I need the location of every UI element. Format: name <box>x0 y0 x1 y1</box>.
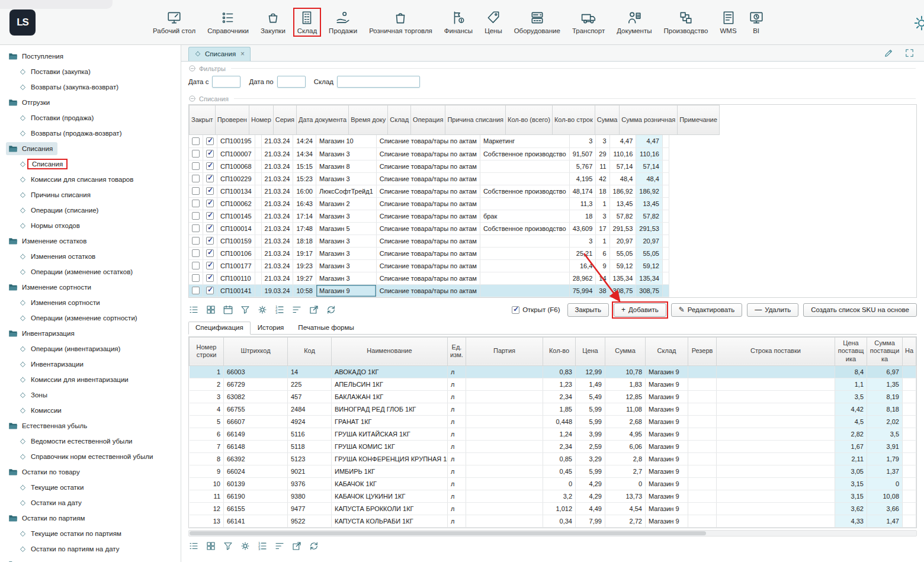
cell[interactable]: Магазин 3 <box>316 235 376 247</box>
sidebar-item-28[interactable]: Текущие остатки <box>0 480 181 495</box>
cell[interactable]: 18 <box>569 210 596 222</box>
sidebar-item-9[interactable]: Причины списания <box>0 187 181 203</box>
verified-checkbox[interactable] <box>206 287 214 294</box>
topbar-item-prices[interactable]: Цены <box>479 7 508 37</box>
cell[interactable]: 4,29 <box>576 477 605 490</box>
cell[interactable]: Магазин 2 <box>316 197 376 210</box>
cell[interactable]: 9376 <box>288 477 332 490</box>
cell[interactable]: 1,47 <box>867 515 903 527</box>
filter-input-0[interactable] <box>212 76 240 88</box>
cell[interactable] <box>466 365 543 378</box>
cell[interactable]: 1 <box>596 235 609 247</box>
cell[interactable]: СП100007 <box>217 147 255 160</box>
cell[interactable]: л <box>448 465 466 477</box>
cell[interactable]: СП100229 <box>217 172 255 185</box>
cell[interactable]: Списание товара/тары по актам <box>376 147 480 160</box>
cell[interactable]: 1,1 <box>835 378 867 390</box>
sidebar-item-33[interactable]: Партии <box>0 557 181 562</box>
cell[interactable]: л <box>448 477 466 490</box>
cell[interactable] <box>688 477 717 490</box>
cell[interactable]: 75,994 <box>569 284 596 297</box>
column-header[interactable]: Номер строки <box>190 337 224 365</box>
filter-input-2[interactable] <box>337 76 420 88</box>
cell[interactable]: л <box>448 365 466 378</box>
filter-icon[interactable] <box>240 304 251 315</box>
cell[interactable]: 18:18 <box>293 235 316 247</box>
cell[interactable] <box>662 135 669 147</box>
cell[interactable]: 5,99 <box>576 415 605 428</box>
cell[interactable]: 66607 <box>224 415 288 428</box>
sidebar-item-1[interactable]: Поставки (закупка) <box>0 64 181 79</box>
column-header[interactable]: Сумма <box>605 337 646 365</box>
cell[interactable]: 9380 <box>288 490 332 502</box>
cell[interactable]: Списание товара/тары по актам <box>376 259 480 272</box>
sidebar-item-6[interactable]: Списания <box>0 141 181 156</box>
cell[interactable]: 19:23 <box>293 259 316 272</box>
cell[interactable]: 5 <box>190 415 224 428</box>
cell[interactable]: 0 <box>543 477 576 490</box>
cell[interactable] <box>255 259 261 272</box>
cell[interactable]: 10:58 <box>293 284 316 297</box>
cell[interactable] <box>480 259 569 272</box>
cell[interactable]: 20,97 <box>636 235 663 247</box>
cell[interactable]: 0,83 <box>543 365 576 378</box>
cell[interactable]: 21.03.24 <box>261 172 293 185</box>
cell[interactable]: Списание товара/тары по актам <box>376 185 480 197</box>
cell[interactable]: КАБАЧОК ЦУКИНИ 1КГ <box>332 490 448 502</box>
cell[interactable] <box>717 365 835 378</box>
cell[interactable]: 12,99 <box>576 365 605 378</box>
sidebar-item-16[interactable]: Изменения сортности <box>0 295 181 310</box>
cell[interactable]: 15:23 <box>293 172 316 185</box>
cell[interactable] <box>466 378 543 390</box>
topbar-item-warehouse[interactable]: Склад <box>291 7 323 37</box>
column-header[interactable]: Кол-во строк <box>552 105 595 135</box>
cell[interactable] <box>903 365 916 378</box>
cell[interactable]: 91,507 <box>569 147 596 160</box>
table-row[interactable]: СП10019521.03.2414:24Магазин 10Списание … <box>189 135 669 147</box>
cell[interactable] <box>903 378 916 390</box>
sidebar-item-24[interactable]: Естественная убыль <box>0 418 181 433</box>
cell[interactable] <box>466 452 543 465</box>
table-row[interactable]: СП10014521.03.2417:14Магазин 3Списание т… <box>189 210 669 222</box>
table-row[interactable]: СП10014119.03.2410:58Магазин 9Списание т… <box>189 284 669 297</box>
cell[interactable]: 59,12 <box>609 259 636 272</box>
table-row[interactable]: 363082457БАКЛАЖАН 1КГл2,345,4912,85Магаз… <box>190 390 916 403</box>
cell[interactable]: 8,4 <box>835 365 867 378</box>
cell[interactable]: 5,99 <box>576 403 605 415</box>
cell[interactable]: СП100134 <box>217 185 255 197</box>
cell[interactable] <box>688 490 717 502</box>
horizontal-scrollbar[interactable] <box>188 530 917 537</box>
column-header[interactable]: Серия <box>273 105 296 135</box>
table-row[interactable]: СП10017721.03.2419:23Магазин 3Списание т… <box>189 259 669 272</box>
cell[interactable]: 9477 <box>288 502 332 515</box>
cell[interactable]: 15:15 <box>293 160 316 172</box>
sidebar-item-23[interactable]: Комиссии <box>0 403 181 418</box>
table-row[interactable]: 13661419522КАПУСТА КОЛЬРАБИ 1КГл0,347,99… <box>190 515 916 527</box>
cell[interactable]: 21.03.24 <box>261 210 293 222</box>
sidebar-item-19[interactable]: Операции (инвентаризация) <box>0 341 181 357</box>
cell[interactable]: 1,37 <box>867 465 903 477</box>
cell[interactable]: 2,11 <box>835 452 867 465</box>
tab-close-icon[interactable]: × <box>240 50 245 58</box>
cell[interactable]: л <box>448 378 466 390</box>
sidebar-item-21[interactable]: Комиссии для инвентаризации <box>0 372 181 387</box>
cell[interactable]: СП100110 <box>217 272 255 284</box>
column-header[interactable]: Ед. изм. <box>448 337 466 365</box>
cell[interactable] <box>662 222 669 235</box>
sidebar-item-30[interactable]: Остатки по партиям <box>0 510 181 526</box>
cell[interactable]: 3,05 <box>835 465 867 477</box>
cell[interactable]: 457 <box>288 390 332 403</box>
cell[interactable]: 25,21 <box>569 247 596 259</box>
cell[interactable] <box>662 235 669 247</box>
verified-checkbox[interactable] <box>206 150 214 158</box>
cell[interactable]: 13,73 <box>605 490 646 502</box>
cell[interactable]: л <box>448 403 466 415</box>
refresh-icon[interactable] <box>309 541 319 551</box>
edit-pencil-icon[interactable] <box>884 48 894 58</box>
cell[interactable]: 7 <box>190 440 224 452</box>
cell[interactable]: АВОКАДО 1КГ <box>332 365 448 378</box>
cell[interactable] <box>480 160 569 172</box>
cell[interactable]: 4 <box>190 403 224 415</box>
cell[interactable]: Списание товара/тары по актам <box>376 197 480 210</box>
cell[interactable] <box>688 415 717 428</box>
